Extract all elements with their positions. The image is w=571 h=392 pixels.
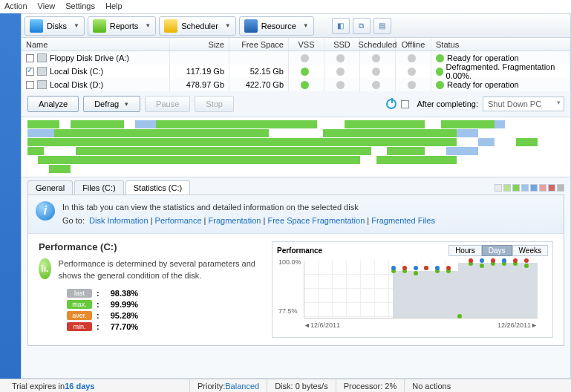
disk-table-header: Name Size Free Space VSS SSD Scheduled O… bbox=[22, 38, 570, 51]
action-bar: Analyze Defrag▼ Pause Stop After complet… bbox=[22, 91, 570, 117]
performance-icon: lı. bbox=[39, 258, 51, 279]
range-hours[interactable]: Hours bbox=[448, 245, 482, 256]
disk-name: Local Disk (D:) bbox=[50, 80, 103, 89]
status-dot-icon bbox=[408, 54, 416, 62]
legend-swatch bbox=[539, 184, 546, 192]
chart-point bbox=[391, 266, 396, 270]
info-text-line1: In this tab you can view the statistics … bbox=[62, 201, 435, 215]
col-scheduled[interactable]: Scheduled bbox=[360, 38, 396, 50]
link-performance[interactable]: Performance bbox=[155, 216, 202, 225]
status-dot-icon bbox=[301, 81, 309, 89]
link-fragmented-files[interactable]: Fragmented Files bbox=[371, 216, 435, 225]
disk-size bbox=[170, 51, 229, 65]
chart-point bbox=[513, 258, 518, 263]
scheduler-icon bbox=[164, 19, 177, 33]
col-vss[interactable]: VSS bbox=[289, 38, 324, 50]
link-disk-information[interactable]: Disk Information bbox=[89, 216, 148, 225]
priority-label: Priority: bbox=[198, 382, 225, 391]
stat-badge-max.: max. bbox=[67, 300, 92, 309]
stop-button[interactable]: Stop bbox=[195, 96, 234, 112]
status-dot-icon bbox=[436, 68, 443, 76]
statusbar: Trial expires in 16 days Priority: Balan… bbox=[0, 379, 571, 392]
link-fragmentation[interactable]: Fragmentation bbox=[209, 216, 261, 225]
col-offline[interactable]: Offline bbox=[396, 38, 431, 50]
status-dot-icon bbox=[436, 81, 444, 89]
status-dot-icon bbox=[436, 54, 444, 62]
status-actions: No actions bbox=[405, 379, 458, 392]
status-dot-icon bbox=[336, 68, 345, 76]
disk-name: Local Disk (C:) bbox=[50, 67, 103, 76]
chart-x-end: 12/26/2011 bbox=[497, 321, 531, 329]
status-dot-icon bbox=[336, 54, 345, 62]
drive-icon bbox=[37, 67, 47, 76]
reports-dropdown[interactable]: Reports▼ bbox=[88, 16, 156, 36]
trial-label: Trial expires in bbox=[12, 382, 65, 391]
tab-files[interactable]: Files (C:) bbox=[74, 180, 124, 195]
info-icon: i bbox=[36, 201, 55, 220]
status-processor: Processor: 2% bbox=[336, 379, 405, 392]
chart-next[interactable]: ► bbox=[531, 321, 538, 329]
menu-action[interactable]: Action bbox=[4, 1, 27, 12]
disk-row[interactable]: Local Disk (C:) 117.19 Gb 52.15 Gb Defra… bbox=[22, 65, 570, 78]
resource-icon bbox=[244, 19, 258, 33]
menu-settings[interactable]: Settings bbox=[65, 1, 95, 12]
link-free-space-fragmentation[interactable]: Free Space Fragmentation bbox=[267, 216, 365, 225]
chart-point bbox=[524, 258, 529, 263]
range-days[interactable]: Days bbox=[482, 245, 512, 256]
disk-checkbox[interactable] bbox=[26, 81, 34, 89]
stat-value: 77.70% bbox=[111, 322, 138, 331]
map-legend bbox=[495, 184, 564, 192]
menu-view[interactable]: View bbox=[38, 1, 56, 12]
disk-size: 117.19 Gb bbox=[170, 65, 229, 78]
col-size[interactable]: Size bbox=[170, 38, 229, 50]
scheduler-dropdown[interactable]: Scheduler▼ bbox=[159, 16, 235, 36]
legend-swatch bbox=[521, 184, 529, 192]
chart-point bbox=[435, 266, 440, 270]
analyze-button[interactable]: Analyze bbox=[27, 96, 79, 112]
disk-row[interactable]: Local Disk (D:) 478.97 Gb 422.70 Gb Read… bbox=[22, 78, 570, 91]
disk-free bbox=[229, 51, 289, 65]
menu-help[interactable]: Help bbox=[105, 1, 123, 12]
col-ssd[interactable]: SSD bbox=[324, 38, 360, 50]
pause-button[interactable]: Pause bbox=[145, 96, 190, 112]
stat-badge-aver.: aver. bbox=[67, 311, 92, 320]
chart-point bbox=[491, 258, 495, 263]
col-free[interactable]: Free Space bbox=[229, 38, 289, 50]
col-status[interactable]: Status bbox=[431, 38, 570, 50]
stat-value: 95.28% bbox=[111, 311, 138, 320]
disk-status: Ready for operation bbox=[447, 80, 519, 89]
tab-general[interactable]: General bbox=[27, 180, 73, 195]
priority-value: Balanced bbox=[225, 382, 259, 391]
disk-name: Floppy Disk Drive (A:) bbox=[50, 53, 129, 62]
chart-prev[interactable]: ◄ bbox=[304, 321, 310, 329]
disk-checkbox[interactable] bbox=[26, 68, 34, 76]
disks-dropdown[interactable]: Disks▼ bbox=[25, 16, 85, 36]
status-dot-icon bbox=[372, 68, 380, 76]
disk-checkbox[interactable] bbox=[26, 54, 34, 62]
chart-point bbox=[502, 258, 506, 263]
info-banner: i In this tab you can view the statistic… bbox=[28, 195, 564, 234]
y-tick-bottom: 77.5% bbox=[278, 307, 298, 315]
status-dot-icon bbox=[301, 68, 309, 76]
range-weeks[interactable]: Weeks bbox=[512, 245, 548, 256]
resource-dropdown[interactable]: Resource▼ bbox=[239, 16, 314, 36]
status-dot-icon bbox=[408, 68, 416, 76]
toolbar-button-2[interactable]: ⧉ bbox=[353, 18, 371, 34]
chart-point bbox=[424, 266, 428, 270]
after-completing-checkbox[interactable] bbox=[401, 100, 409, 108]
disk-free: 52.15 Gb bbox=[229, 65, 289, 78]
legend-swatch bbox=[548, 184, 555, 192]
tab-statistics[interactable]: Statistics (C:) bbox=[125, 180, 190, 195]
fragmentation-map bbox=[22, 117, 570, 177]
chart-x-start: 12/6/2011 bbox=[310, 321, 340, 329]
goto-label: Go to: bbox=[62, 216, 85, 225]
status-dot-icon bbox=[408, 81, 416, 89]
legend-swatch bbox=[503, 184, 511, 192]
chart-point bbox=[480, 258, 484, 263]
toolbar-button-1[interactable]: ◧ bbox=[332, 18, 350, 34]
col-name[interactable]: Name bbox=[22, 38, 170, 50]
after-completing-combo[interactable]: Shut Down PC bbox=[483, 97, 564, 111]
chart-point bbox=[402, 266, 407, 270]
defrag-button[interactable]: Defrag▼ bbox=[83, 96, 140, 112]
toolbar-button-3[interactable]: ▤ bbox=[373, 18, 391, 34]
